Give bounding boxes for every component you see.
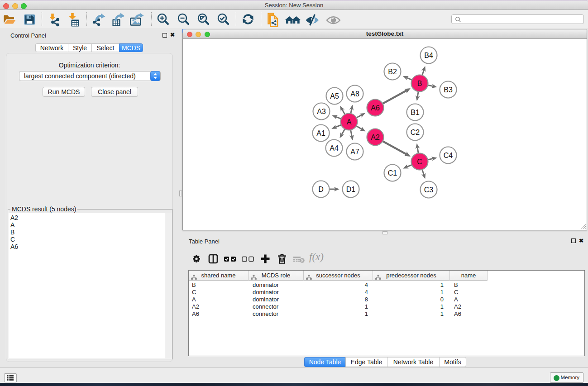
svg-text:A6: A6: [371, 104, 380, 112]
svg-text:C: C: [417, 158, 422, 166]
svg-text:D1: D1: [346, 186, 356, 193]
svg-text:A1: A1: [316, 129, 325, 137]
svg-text:C4: C4: [444, 152, 453, 159]
svg-text:C2: C2: [411, 129, 420, 136]
svg-text:C1: C1: [388, 169, 397, 177]
svg-text:B4: B4: [424, 52, 433, 59]
svg-text:A4: A4: [330, 144, 339, 152]
svg-text:A8: A8: [350, 90, 359, 98]
svg-text:C3: C3: [424, 186, 434, 194]
svg-text:D: D: [318, 186, 324, 193]
svg-text:A5: A5: [330, 92, 339, 100]
svg-text:A: A: [347, 118, 352, 126]
svg-text:B3: B3: [444, 86, 453, 94]
svg-text:A3: A3: [317, 108, 326, 115]
svg-text:B: B: [417, 80, 422, 87]
svg-text:A2: A2: [371, 133, 380, 141]
svg-text:A7: A7: [350, 148, 359, 156]
svg-text:B2: B2: [388, 68, 397, 76]
svg-text:B1: B1: [411, 109, 420, 116]
